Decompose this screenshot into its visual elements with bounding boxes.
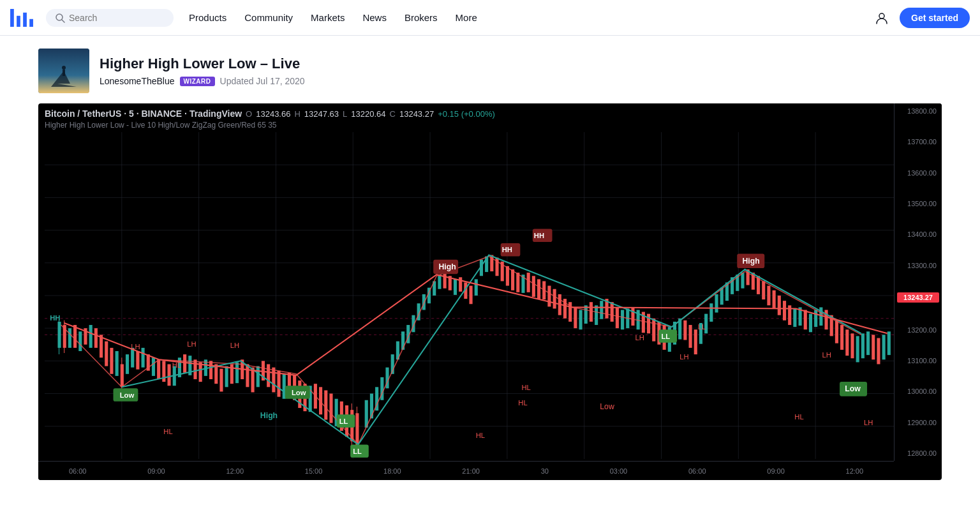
svg-rect-161 (709, 303, 713, 322)
main-content: Higher High Lower Low – Live LonesomeThe… (0, 36, 980, 493)
user-profile-button[interactable] (872, 8, 892, 28)
time-label-1800: 18:00 (383, 467, 401, 475)
svg-rect-123 (511, 269, 514, 290)
search-input[interactable] (69, 13, 165, 23)
logo[interactable] (10, 9, 33, 27)
svg-text:LH: LH (187, 340, 196, 348)
price-label-current: 13243.27 (897, 292, 939, 303)
svg-rect-143 (616, 307, 619, 328)
svg-rect-37 (73, 325, 77, 348)
nav-item-news[interactable]: News (355, 7, 394, 28)
svg-rect-50 (136, 351, 139, 370)
price-label-12900: 12900.00 (897, 419, 939, 426)
price-label-13400: 13400.00 (897, 230, 939, 238)
search-bar[interactable] (46, 9, 174, 27)
search-icon (55, 13, 65, 23)
svg-text:LL: LL (353, 448, 362, 455)
svg-rect-73 (256, 366, 260, 387)
chart-meta: Higher High Lower Low – Live LonesomeThe… (100, 56, 305, 86)
time-label-0600b: 06:00 (688, 467, 706, 475)
svg-text:LL: LL (662, 333, 671, 340)
svg-rect-72 (251, 368, 255, 393)
svg-rect-136 (579, 310, 583, 329)
svg-rect-2 (23, 12, 27, 26)
svg-rect-3 (29, 19, 33, 26)
svg-text:LL: LL (339, 417, 348, 425)
nav-item-community[interactable]: Community (237, 7, 301, 28)
svg-line-5 (62, 20, 64, 22)
svg-rect-75 (267, 364, 270, 387)
chart-title: Higher High Lower Low – Live (100, 56, 305, 72)
price-label-13500: 13500.00 (897, 200, 939, 207)
svg-rect-190 (861, 333, 865, 358)
svg-text:HL: HL (521, 384, 530, 391)
svg-rect-56 (167, 364, 170, 386)
time-label-1200b: 12:00 (846, 467, 864, 475)
price-label-13200: 13200.00 (897, 326, 939, 334)
symbol-name: Bitcoin / TetherUS · 5 · BINANCE · Tradi… (45, 109, 242, 119)
svg-rect-86 (324, 390, 327, 419)
svg-rect-144 (621, 310, 624, 329)
chart-info-bar: Bitcoin / TetherUS · 5 · BINANCE · Tradi… (45, 109, 910, 130)
svg-rect-156 (683, 320, 687, 340)
svg-text:High: High (438, 262, 456, 271)
svg-text:HL: HL (794, 413, 803, 421)
svg-rect-146 (631, 307, 634, 326)
svg-rect-195 (887, 331, 891, 355)
svg-rect-192 (872, 335, 875, 359)
svg-rect-77 (277, 371, 280, 397)
price-label-13300: 13300.00 (897, 262, 939, 269)
svg-text:LH: LH (230, 342, 239, 349)
time-label-1500: 15:00 (305, 467, 323, 475)
svg-rect-48 (126, 354, 129, 374)
svg-text:LH: LH (635, 334, 644, 342)
svg-rect-36 (68, 328, 71, 348)
time-label-0300: 03:00 (610, 467, 628, 475)
nav-item-products[interactable]: Products (181, 7, 234, 28)
svg-rect-87 (329, 394, 332, 423)
svg-rect-93 (355, 413, 359, 446)
nav-links: Products Community Markets News Brokers … (181, 7, 872, 28)
time-axis: 06:00 09:00 12:00 15:00 18:00 21:00 30 0… (38, 461, 894, 480)
close-value: 13243.27 (399, 109, 434, 119)
price-axis: 13800.00 13700.00 13600.00 13500.00 1340… (894, 103, 942, 461)
svg-text:Low: Low (292, 389, 306, 396)
svg-rect-180 (809, 314, 812, 333)
svg-rect-59 (183, 354, 186, 373)
chart-indicator-line: Higher High Lower Low - Live 10 High/Low… (45, 121, 910, 130)
high-value: 13247.63 (304, 109, 339, 119)
svg-text:LH: LH (679, 353, 688, 361)
svg-rect-138 (590, 302, 593, 322)
svg-rect-139 (595, 305, 598, 325)
time-label-2100: 21:00 (462, 467, 480, 475)
svg-rect-115 (470, 286, 473, 305)
svg-rect-76 (272, 368, 275, 393)
chart-container: Bitcoin / TetherUS · 5 · BINANCE · Tradi… (38, 103, 942, 480)
svg-rect-175 (783, 301, 786, 320)
svg-text:Low: Low (600, 402, 614, 411)
svg-rect-61 (193, 359, 197, 379)
chart-thumbnail (38, 49, 89, 93)
svg-rect-137 (584, 305, 588, 324)
author-name: LonesomeTheBlue (100, 76, 175, 86)
svg-text:Low: Low (845, 384, 861, 393)
svg-point-9 (62, 66, 66, 70)
low-label: L (343, 109, 347, 119)
svg-rect-142 (611, 302, 614, 322)
open-value: 13243.66 (256, 109, 290, 119)
nav-item-more[interactable]: More (448, 7, 485, 28)
svg-rect-44 (110, 348, 113, 374)
get-started-button[interactable]: Get started (900, 8, 970, 28)
change-value: +0.15 (+0.00%) (438, 109, 495, 119)
svg-rect-41 (94, 328, 98, 348)
svg-rect-189 (856, 336, 859, 362)
nav-item-markets[interactable]: Markets (303, 7, 352, 28)
svg-rect-68 (230, 364, 234, 384)
high-label: H (294, 109, 300, 119)
svg-rect-1 (17, 15, 20, 26)
svg-text:HL: HL (163, 428, 172, 435)
svg-rect-66 (219, 369, 223, 392)
nav-item-brokers[interactable]: Brokers (397, 7, 445, 28)
svg-rect-150 (652, 319, 655, 342)
svg-rect-40 (89, 325, 93, 348)
